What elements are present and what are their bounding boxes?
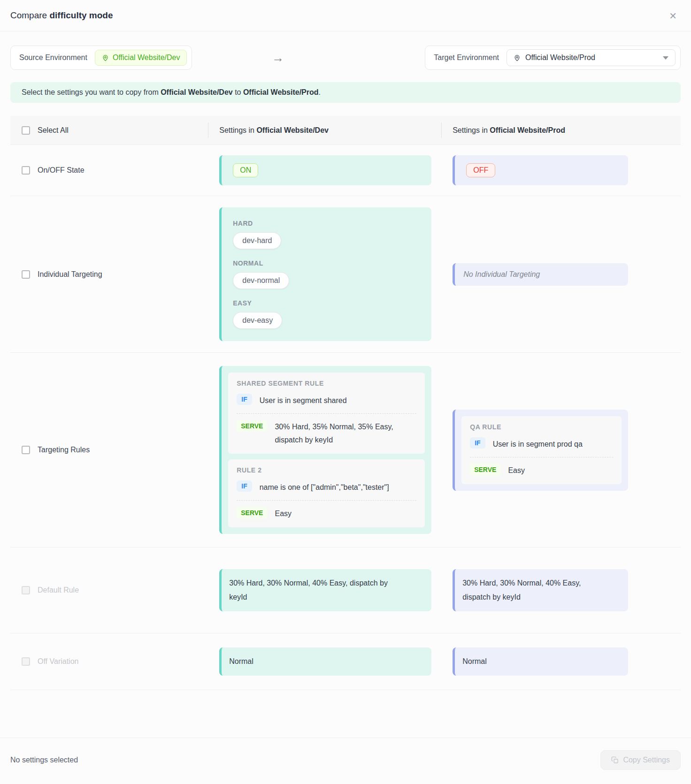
variation-section: NORMAL dev-normal — [233, 259, 420, 289]
individual-targeting-label: Individual Targeting — [38, 270, 102, 279]
variation-name: EASY — [233, 299, 420, 307]
table-row-individual-targeting: Individual Targeting HARD dev-hard NORMA… — [10, 196, 681, 353]
target-environment-label: Target Environment — [434, 53, 499, 62]
dialog-header: Compare difficulty mode ✕ — [0, 0, 691, 31]
off-state-badge: OFF — [466, 163, 495, 177]
if-badge: IF — [470, 437, 485, 449]
onoff-state-label: On/OFF State — [38, 166, 84, 175]
rule-card: SHARED SEGMENT RULE IF User is in segmen… — [228, 373, 425, 454]
source-environment-label: Source Environment — [19, 53, 87, 62]
copy-settings-button[interactable]: Copy Settings — [600, 750, 681, 770]
onoff-state-checkbox[interactable] — [22, 166, 30, 175]
individual-targeting-checkbox[interactable] — [22, 270, 30, 279]
rule-condition: name is one of ["admin","beta","tester"] — [260, 480, 389, 494]
target-environment-name: Official Website/Prod — [525, 53, 654, 62]
rule-title: RULE 2 — [237, 466, 416, 474]
source-environment-name: Official Website/Dev — [113, 53, 180, 62]
variation-name: HARD — [233, 220, 420, 227]
table-row-onoff-state: On/OFF State ON OFF — [10, 145, 681, 196]
table-row-default-rule: Default Rule 30% Hard, 30% Normal, 40% E… — [10, 548, 681, 633]
rule-condition: User is in segment shared — [260, 394, 347, 407]
environment-row: Source Environment Official Website/Dev … — [10, 46, 681, 70]
info-banner-text: Select the settings you want to copy fro… — [22, 88, 161, 96]
off-variation-label: Off Variation — [38, 657, 78, 666]
divider — [237, 500, 416, 501]
targeting-rules-checkbox[interactable] — [22, 446, 30, 454]
info-banner-suffix: . — [319, 88, 321, 96]
off-variation-value: Normal — [462, 655, 621, 669]
rule-card: QA RULE IF User is in segment prod qa SE… — [461, 416, 622, 484]
target-environment-select[interactable]: Official Website/Prod — [507, 49, 676, 66]
variation-section: HARD dev-hard — [233, 220, 420, 249]
copy-icon — [611, 756, 619, 764]
targeted-user-pill: dev-hard — [233, 232, 281, 249]
dev-off-variation-panel: Normal — [219, 647, 431, 676]
default-rule-label: Default Rule — [38, 586, 79, 594]
compare-settings-dialog: Compare difficulty mode ✕ Source Environ… — [0, 0, 691, 784]
rule-title: QA RULE — [470, 423, 613, 431]
source-environment-value: Official Website/Dev — [95, 50, 187, 66]
close-icon[interactable]: ✕ — [666, 10, 680, 22]
rule-condition: User is in segment prod qa — [493, 437, 583, 450]
info-banner-middle: to — [233, 88, 243, 96]
serve-badge: SERVE — [470, 464, 500, 475]
rule-serve-value: 30% Hard, 35% Normal, 35% Easy, dispatch… — [275, 420, 402, 447]
serve-badge: SERVE — [237, 420, 267, 432]
rule-serve-value: Easy — [275, 507, 292, 520]
dialog-title-prefix: Compare — [10, 10, 49, 20]
table-header-row: Select All Settings in Official Website/… — [10, 116, 681, 145]
target-environment-box: Target Environment Official Website/Prod — [425, 46, 681, 70]
select-all-label: Select All — [38, 126, 69, 135]
targeted-user-pill: dev-normal — [233, 272, 289, 289]
location-pin-icon — [102, 54, 109, 61]
prod-onoff-panel: OFF — [453, 155, 628, 185]
prod-individual-targeting-empty: No Individual Targeting — [453, 263, 628, 286]
off-variation-checkbox — [22, 657, 30, 666]
on-state-badge: ON — [233, 163, 258, 177]
select-all-checkbox[interactable] — [22, 126, 30, 135]
rule-card: RULE 2 IF name is one of ["admin","beta"… — [228, 459, 425, 527]
if-badge: IF — [237, 394, 252, 405]
copy-settings-label: Copy Settings — [623, 756, 670, 764]
dev-onoff-panel: ON — [219, 155, 431, 185]
dev-individual-targeting-panel: HARD dev-hard NORMAL dev-normal EASY dev… — [219, 207, 431, 341]
if-badge: IF — [237, 480, 252, 492]
prod-default-rule-panel: 30% Hard, 30% Normal, 40% Easy, dispatch… — [453, 569, 628, 611]
table-row-targeting-rules: Targeting Rules SHARED SEGMENT RULE IF U… — [10, 353, 681, 548]
dev-default-rule-panel: 30% Hard, 30% Normal, 40% Easy, dispatch… — [219, 569, 431, 611]
source-environment-box: Source Environment Official Website/Dev — [10, 46, 192, 70]
targeting-rules-label: Targeting Rules — [38, 446, 90, 454]
variation-name: NORMAL — [233, 259, 420, 267]
info-banner-source-env: Official Website/Dev — [161, 88, 233, 96]
prod-settings-header: Settings in Official Website/Prod — [453, 126, 628, 135]
off-variation-value: Normal — [229, 655, 424, 669]
flag-name: difficulty mode — [49, 10, 113, 20]
dialog-body: Source Environment Official Website/Dev … — [0, 31, 691, 723]
default-rule-checkbox — [22, 586, 30, 594]
divider — [237, 413, 416, 414]
dev-settings-header: Settings in Official Website/Dev — [219, 126, 431, 135]
chevron-down-icon — [663, 56, 668, 60]
targeted-user-pill: dev-easy — [233, 312, 282, 329]
rule-serve-value: Easy — [508, 464, 525, 477]
selection-status: No settings selected — [10, 756, 78, 764]
arrow-right-icon: → — [272, 51, 345, 65]
prod-targeting-rules-panel: QA RULE IF User is in segment prod qa SE… — [453, 410, 628, 491]
prod-off-variation-panel: Normal — [453, 647, 628, 676]
dev-targeting-rules-panel: SHARED SEGMENT RULE IF User is in segmen… — [219, 366, 431, 534]
default-rule-value: 30% Hard, 30% Normal, 40% Easy, dispatch… — [462, 576, 603, 604]
variation-section: EASY dev-easy — [233, 299, 420, 329]
serve-badge: SERVE — [237, 507, 267, 518]
info-banner-target-env: Official Website/Prod — [243, 88, 319, 96]
location-pin-icon — [514, 54, 521, 61]
rule-title: SHARED SEGMENT RULE — [237, 380, 416, 387]
default-rule-value: 30% Hard, 30% Normal, 40% Easy, dispatch… — [229, 576, 398, 604]
divider — [470, 457, 613, 457]
info-banner: Select the settings you want to copy fro… — [10, 82, 681, 103]
table-row-off-variation: Off Variation Normal Normal — [10, 633, 681, 690]
settings-compare-table: Select All Settings in Official Website/… — [10, 116, 681, 690]
dialog-title: Compare difficulty mode — [10, 10, 113, 21]
dialog-footer: No settings selected Copy Settings — [0, 738, 691, 784]
